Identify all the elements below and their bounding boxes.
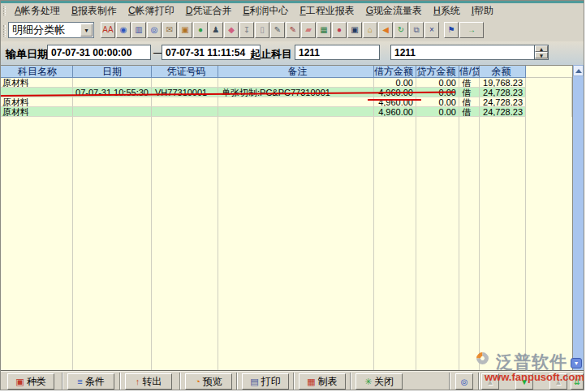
operator-icon: ♟: [213, 26, 220, 34]
date-to-field[interactable]: 07-07-31 11:11:54: [162, 45, 261, 60]
print-button[interactable]: ▤ 打印: [242, 373, 289, 390]
pencil-button[interactable]: ✎: [270, 22, 285, 38]
col-header-subject[interactable]: 科目名称: [1, 66, 73, 78]
category-button[interactable]: ▣ 种类: [7, 373, 54, 390]
cell-dc: 借: [459, 78, 480, 88]
find-replace-button[interactable]: AA: [101, 22, 115, 38]
col-header-memo[interactable]: 备注: [218, 66, 374, 78]
notes-button[interactable]: ▯: [255, 22, 269, 38]
menu-item-i[interactable]: I帮助: [466, 3, 499, 19]
table-row[interactable]: 原材料 4,960.00 0.00 借 24,728.23: [1, 97, 572, 107]
chevron-down-icon[interactable]: ▾: [80, 24, 93, 37]
menu-grip-handle[interactable]: [3, 6, 6, 15]
table-row[interactable]: 原材料 0.00 0.00 借 19,768.23: [1, 78, 572, 88]
pin-icon: ↧: [243, 26, 250, 34]
toolbar-divider: [236, 373, 238, 390]
org-chart-button[interactable]: ⌂: [363, 22, 377, 38]
table-row[interactable]: 原材料 4,960.00 0.00 借 24,728.23: [1, 107, 572, 117]
toolbar-divider: [119, 373, 121, 390]
cell-filler: [526, 97, 572, 107]
scroll-up-button[interactable]: [573, 65, 584, 76]
spinner-down-icon[interactable]: ▾: [535, 52, 548, 58]
ledger-table: 科目名称 日期 凭证号码 备注 借方金额 贷方金额 借/贷 余额 原材料 0.0…: [1, 65, 572, 370]
red-annotation-underline: [368, 99, 421, 101]
nav-prev-button[interactable]: ▲: [549, 373, 567, 390]
triangle-down-icon: ⇊: [574, 377, 580, 386]
globe-button[interactable]: ●: [193, 22, 208, 38]
cell-credit: 0.00: [416, 78, 459, 88]
flag-button[interactable]: ⚑: [444, 22, 459, 38]
menu-item-h[interactable]: H系统: [428, 3, 466, 19]
grid-line: [479, 117, 480, 370]
toolbar-divider: [179, 373, 181, 390]
speaker-button[interactable]: ◀: [378, 22, 393, 38]
paint-icon: ◆: [228, 26, 235, 34]
close-button[interactable]: ✳ 关闭: [355, 373, 403, 390]
report-type-dropdown[interactable]: 明细分类帐 ▾: [8, 22, 94, 38]
paint-button[interactable]: ◆: [224, 22, 239, 38]
pin-button[interactable]: ↧: [239, 22, 254, 38]
zoom-view-button[interactable]: ◎: [455, 373, 473, 390]
account-to-field[interactable]: 1211: [390, 45, 535, 60]
monitor-button[interactable]: ▣: [347, 22, 362, 38]
col-header-voucher[interactable]: 凭证号码: [152, 66, 218, 78]
grid-line: [72, 117, 73, 370]
refresh-doc-button[interactable]: ↻: [394, 22, 408, 38]
col-header-dc[interactable]: 借/贷: [459, 66, 480, 78]
col-header-debit[interactable]: 借方金额: [374, 66, 416, 78]
menu-item-f[interactable]: F工程业报表: [294, 3, 360, 19]
briefcase-icon: ▣: [181, 26, 188, 34]
nav-next-button[interactable]: ▼: [515, 373, 533, 390]
account-spinner: ▴ ▾: [535, 45, 549, 60]
eraser-button[interactable]: ▰: [301, 22, 316, 38]
cell-subject: 原材料: [1, 97, 73, 107]
vertical-scrollbar[interactable]: [572, 65, 584, 370]
mail-button[interactable]: ✉: [162, 22, 177, 38]
menu-item-d[interactable]: D凭证合并: [180, 3, 238, 19]
menu-item-e[interactable]: E利润中心: [237, 3, 294, 19]
cell-dc: 借: [459, 88, 480, 97]
export-button[interactable]: ↑ 转出: [125, 373, 172, 390]
cell-date: [73, 78, 152, 88]
ledger-book-button[interactable]: ▥: [131, 22, 146, 38]
account-from-field[interactable]: 1211: [295, 45, 380, 60]
exit-button[interactable]: →: [459, 22, 484, 38]
search-account-button[interactable]: ◉: [116, 22, 131, 38]
close-view-button[interactable]: ×: [424, 22, 439, 38]
preview-button[interactable]: ◔ 预览: [185, 373, 232, 390]
menu-item-a[interactable]: A帐务处理: [9, 3, 66, 19]
grid-table-button[interactable]: ▦: [317, 22, 331, 38]
grid-table-icon: ▦: [320, 26, 327, 34]
nav-last-button[interactable]: ⇊: [571, 373, 584, 390]
pencil-edit-button[interactable]: ✎: [286, 22, 300, 38]
col-header-credit[interactable]: 贷方金额: [416, 66, 459, 78]
briefcase-button[interactable]: ▣: [178, 22, 192, 38]
operator-button[interactable]: ♟: [209, 22, 223, 38]
cell-date: 07-07-31 10:55:30: [73, 88, 152, 97]
cell-balance: 24,728.23: [480, 107, 526, 117]
condition-button[interactable]: ≡ 条件: [67, 373, 114, 390]
form-icon: ▣: [15, 377, 24, 386]
org-chart-icon: ⌂: [368, 26, 373, 34]
cell-date: [73, 97, 152, 107]
nav-first-button[interactable]: ▲: [481, 373, 499, 390]
search-account-icon: ◉: [120, 26, 127, 34]
col-header-balance[interactable]: 余额: [480, 66, 526, 78]
cell-filler: [526, 88, 572, 97]
date-from-field[interactable]: 07-07-31 00:00:00: [47, 45, 151, 60]
menu-item-c[interactable]: C帐簿打印: [123, 3, 180, 19]
menu-item-b[interactable]: B报表制作: [66, 3, 123, 19]
cascade-windows-button[interactable]: ⧉: [409, 22, 424, 38]
col-header-date[interactable]: 日期: [73, 66, 152, 78]
menu-item-g[interactable]: G现金流量表: [360, 3, 428, 19]
cell-voucher: [152, 107, 218, 117]
spinner-up-icon[interactable]: ▴: [535, 45, 548, 52]
tabulate-button[interactable]: ▦ 制表: [299, 373, 346, 390]
zoom-voucher-button[interactable]: ◎: [147, 22, 162, 38]
flag-icon: ⚑: [448, 26, 455, 34]
cell-voucher: [152, 97, 218, 107]
cell-subject: 原材料: [1, 78, 73, 88]
balloon-button[interactable]: ●: [332, 22, 347, 38]
cell-voucher: [152, 78, 218, 88]
toolbar-grip-handle[interactable]: [3, 25, 6, 37]
